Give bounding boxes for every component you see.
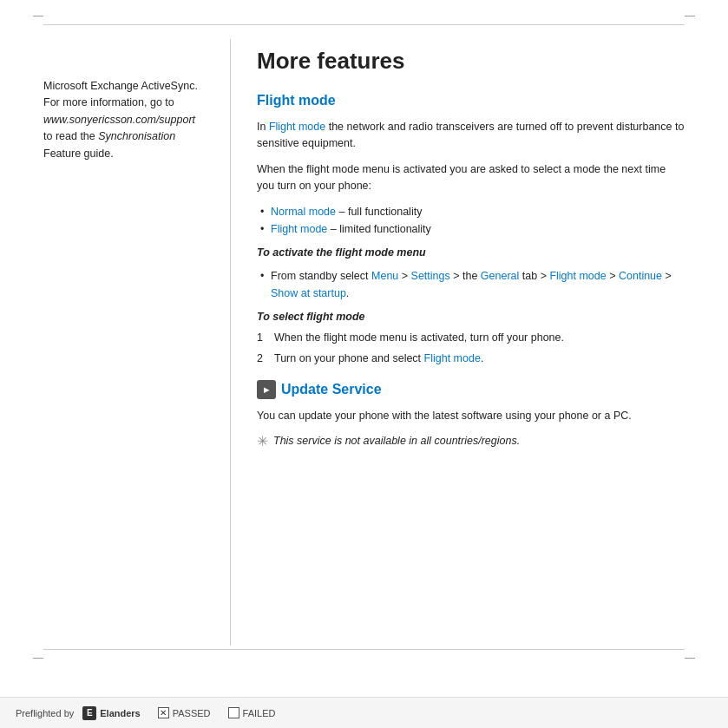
bullet3-mid1: > [398, 270, 410, 282]
failed-box: FAILED [228, 707, 276, 718]
continue-link: Continue [619, 270, 662, 282]
menu-link: Menu [371, 270, 398, 282]
flight-mode-link3: Flight mode [549, 270, 606, 282]
step-1: 1 When the flight mode menu is activated… [257, 330, 685, 346]
update-service-title: Update Service [281, 379, 382, 401]
update-service-para1: You can update your phone with the lates… [257, 408, 685, 424]
preflighted-text: Preflighted by [16, 708, 74, 718]
bullet3-mid4: > [607, 270, 619, 282]
update-service-icon: ▶ [257, 380, 276, 399]
passed-label: PASSED [173, 708, 211, 718]
bullet3-mid5: > [662, 270, 672, 282]
update-icon-svg: ▶ [260, 384, 272, 396]
svg-text:▶: ▶ [264, 386, 270, 394]
select-heading: To select flight mode [257, 309, 685, 325]
bullet3-mid2: > the [450, 270, 481, 282]
elanders-icon-letter: E [87, 708, 93, 718]
activate-bullet-list: From standby select Menu > Settings > th… [257, 267, 685, 302]
bullet2-post: – limited functionality [327, 223, 431, 235]
normal-mode-link: Normal mode [271, 206, 336, 218]
flight-mode-heading: Flight mode [257, 90, 685, 112]
activate-heading: To activate the flight mode menu [257, 245, 685, 261]
step2-pre: Turn on your phone and select [274, 352, 424, 364]
settings-link: Settings [411, 270, 450, 282]
step1-num: 1 [257, 330, 269, 346]
left-text-2: to read the [43, 130, 98, 142]
left-link[interactable]: www.sonyericsson.com/support [43, 114, 195, 126]
top-rule [43, 24, 685, 25]
failed-checkbox [228, 707, 239, 718]
mode-bullet-list: Normal mode – full functionality Flight … [257, 203, 685, 238]
show-startup-link: Show at startup [271, 287, 346, 299]
bottom-rule [43, 649, 685, 650]
bullet3-mid3: tab > [519, 270, 549, 282]
general-link: General [481, 270, 519, 282]
left-column: Microsoft Exchange ActiveSync. For more … [43, 39, 230, 646]
bullet-normal-mode: Normal mode – full functionality [257, 203, 685, 220]
left-text-3: Feature guide. [43, 148, 114, 160]
flight-mode-para2: When the flight mode menu is activated y… [257, 161, 685, 195]
step2-flight-link: Flight mode [424, 352, 481, 364]
elanders-name: Elanders [100, 708, 140, 718]
corner-mark-br [685, 658, 695, 659]
failed-label: FAILED [243, 708, 276, 718]
elanders-icon: E [82, 706, 96, 720]
corner-mark-tr [685, 16, 695, 16]
bullet3-end: . [346, 287, 349, 299]
preflighted-bar: Preflighted by E Elanders ✕ PASSED FAILE… [0, 697, 728, 728]
passed-checkbox: ✕ [158, 707, 169, 718]
left-paragraph: Microsoft Exchange ActiveSync. For more … [43, 78, 204, 162]
main-heading: More features [257, 48, 685, 75]
note-row: ✳ This service is not available in all c… [257, 433, 685, 453]
select-flight-mode-steps: 1 When the flight mode menu is activated… [257, 330, 685, 367]
step1-text: When the flight mode menu is activated, … [274, 330, 564, 346]
corner-mark-tl [33, 16, 43, 16]
left-text-1: Microsoft Exchange ActiveSync. For more … [43, 80, 198, 108]
page-container: Microsoft Exchange ActiveSync. For more … [0, 0, 728, 728]
right-column: More features Flight mode In Flight mode… [231, 39, 685, 646]
bullet3-pre1: From standby select [271, 270, 371, 282]
update-service-header: ▶ Update Service [257, 379, 685, 401]
passed-box: ✕ PASSED [158, 707, 211, 718]
step2-text: Turn on your phone and select Flight mod… [274, 351, 483, 367]
left-italic: Synchronisation [98, 130, 175, 142]
corner-mark-bl [33, 658, 43, 659]
flight-mode-para1: In Flight mode the network and radio tra… [257, 119, 685, 153]
elanders-logo: E Elanders [82, 706, 140, 720]
step-2: 2 Turn on your phone and select Flight m… [257, 351, 685, 367]
step2-num: 2 [257, 351, 269, 367]
step2-end: . [481, 352, 483, 364]
bullet-flight-mode: Flight mode – limited functionality [257, 220, 685, 238]
activate-bullet-item: From standby select Menu > Settings > th… [257, 267, 685, 302]
bullet1-post: – full functionality [336, 206, 422, 218]
flight-mode-inline-link1: Flight mode [269, 121, 325, 133]
flight-mode-link2: Flight mode [271, 223, 327, 235]
note-text: This service is not available in all cou… [273, 433, 520, 449]
note-icon: ✳ [257, 431, 268, 453]
content-area: Microsoft Exchange ActiveSync. For more … [43, 39, 685, 646]
